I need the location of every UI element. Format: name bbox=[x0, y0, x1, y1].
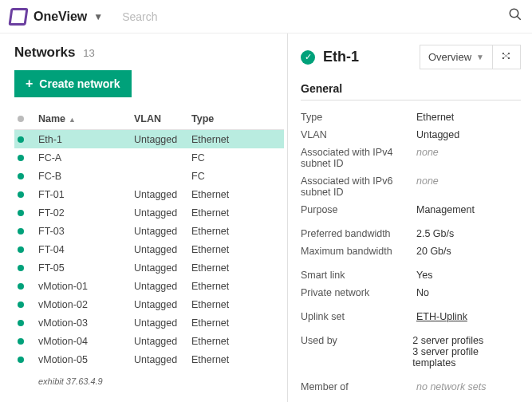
cell-vlan: Untagged bbox=[131, 350, 188, 368]
table-row[interactable]: vMotion-01UntaggedEthernet bbox=[14, 277, 284, 295]
detail-title: Eth-1 bbox=[323, 49, 420, 65]
cell-type: Ethernet bbox=[188, 222, 284, 240]
v-usedby-1[interactable]: 2 server profiles bbox=[412, 335, 521, 346]
v-usedby-2[interactable]: 3 server profile templates bbox=[412, 346, 521, 368]
cell-vlan: Untagged bbox=[131, 240, 188, 258]
v-uplink[interactable]: ETH-Uplink bbox=[416, 311, 467, 322]
create-network-button[interactable]: + Create network bbox=[14, 70, 132, 97]
networks-table: Name▲ VLAN Type Eth-1UntaggedEthernetFC-… bbox=[14, 108, 284, 368]
page-title: Networks bbox=[14, 45, 76, 60]
table-row[interactable]: FC-BFC bbox=[14, 167, 284, 185]
v-smart: Yes bbox=[416, 270, 432, 281]
table-row[interactable]: vMotion-04UntaggedEthernet bbox=[14, 332, 284, 350]
cell-name: FT-02 bbox=[35, 203, 131, 222]
table-row[interactable]: FC-AFC bbox=[14, 148, 284, 167]
table-row[interactable]: vMotion-05UntaggedEthernet bbox=[14, 350, 284, 368]
v-priv: No bbox=[416, 287, 429, 298]
k-vlan: VLAN bbox=[301, 129, 416, 140]
table-row[interactable]: vMotion-02UntaggedEthernet bbox=[14, 295, 284, 313]
cell-name: FC-A bbox=[35, 148, 131, 167]
actions-button[interactable] bbox=[492, 45, 520, 69]
k-purpose: Purpose bbox=[301, 204, 416, 215]
cell-name: Eth-1 bbox=[35, 130, 131, 149]
topbar: OneView ▼ Search bbox=[0, 0, 532, 34]
status-ok-icon bbox=[18, 210, 24, 216]
cell-type: Ethernet bbox=[188, 332, 284, 350]
cell-name: vMotion-05 bbox=[35, 350, 131, 368]
col-type[interactable]: Type bbox=[188, 108, 284, 130]
cell-type: FC bbox=[188, 148, 284, 167]
table-row[interactable]: Eth-1UntaggedEthernet bbox=[14, 130, 284, 149]
cell-vlan: Untagged bbox=[131, 277, 188, 295]
status-ok-icon bbox=[18, 265, 24, 271]
cell-type: Ethernet bbox=[188, 185, 284, 203]
detail-panel: ✓ Eth-1 Overview▼ General TypeEthernet V… bbox=[287, 34, 532, 402]
chevron-down-icon[interactable]: ▼ bbox=[93, 11, 103, 22]
k-priv: Private network bbox=[301, 287, 416, 298]
cell-type: Ethernet bbox=[188, 313, 284, 332]
cell-name: FT-03 bbox=[35, 222, 131, 240]
cell-vlan: Untagged bbox=[131, 130, 188, 149]
cell-vlan: Untagged bbox=[131, 332, 188, 350]
status-ok-icon: ✓ bbox=[301, 50, 315, 65]
v-member: no network sets bbox=[416, 381, 487, 392]
cell-type: Ethernet bbox=[188, 295, 284, 313]
col-status[interactable] bbox=[14, 108, 35, 130]
table-row[interactable]: FT-02UntaggedEthernet bbox=[14, 203, 284, 222]
cell-vlan: Untagged bbox=[131, 295, 188, 313]
status-ok-icon bbox=[18, 302, 24, 308]
k-usedby: Used by bbox=[301, 335, 412, 368]
status-icon bbox=[18, 116, 24, 122]
cell-type: Ethernet bbox=[188, 277, 284, 295]
table-row[interactable]: FT-05UntaggedEthernet bbox=[14, 258, 284, 277]
cell-type: Ethernet bbox=[188, 240, 284, 258]
cell-vlan: Untagged bbox=[131, 222, 188, 240]
cell-name: vMotion-02 bbox=[35, 295, 131, 313]
v-maxbw: 20 Gb/s bbox=[416, 246, 451, 257]
k-maxbw: Maximum bandwidth bbox=[301, 246, 416, 257]
status-ok-icon bbox=[18, 136, 24, 143]
search-icon[interactable] bbox=[508, 7, 522, 26]
cell-type: FC bbox=[188, 167, 284, 185]
view-dropdown[interactable]: Overview▼ bbox=[420, 46, 492, 68]
status-ok-icon bbox=[18, 338, 24, 345]
cell-name: vMotion-04 bbox=[35, 332, 131, 350]
status-ok-icon bbox=[18, 283, 24, 290]
status-ok-icon bbox=[18, 246, 24, 253]
cell-vlan: Untagged bbox=[131, 185, 188, 203]
col-vlan[interactable]: VLAN bbox=[131, 108, 188, 130]
v-purpose: Management bbox=[416, 204, 475, 215]
cell-vlan: Untagged bbox=[131, 203, 188, 222]
table-row[interactable]: FT-04UntaggedEthernet bbox=[14, 240, 284, 258]
cell-name: vMotion-01 bbox=[35, 277, 131, 295]
k-ipv4: Associated with IPv4 subnet ID bbox=[301, 147, 416, 169]
status-ok-icon bbox=[18, 173, 24, 179]
k-uplink: Uplink set bbox=[301, 311, 416, 322]
k-member: Member of bbox=[301, 381, 416, 392]
cell-name: FC-B bbox=[35, 167, 131, 185]
status-ok-icon bbox=[18, 320, 24, 326]
col-name[interactable]: Name▲ bbox=[35, 108, 131, 130]
brand-name: OneView bbox=[33, 10, 87, 24]
table-row[interactable]: FT-01UntaggedEthernet bbox=[14, 185, 284, 203]
search-input[interactable]: Search bbox=[122, 10, 508, 23]
exhibit-label: exhibit 37.63.4.9 bbox=[38, 376, 284, 386]
chevron-down-icon: ▼ bbox=[476, 53, 484, 61]
v-ipv6: none bbox=[416, 175, 439, 198]
table-row[interactable]: vMotion-03UntaggedEthernet bbox=[14, 313, 284, 332]
table-row[interactable]: FT-03UntaggedEthernet bbox=[14, 222, 284, 240]
k-smart: Smart link bbox=[301, 270, 416, 281]
cell-type: Ethernet bbox=[188, 130, 284, 149]
svg-line-1 bbox=[517, 16, 521, 20]
cell-name: FT-05 bbox=[35, 258, 131, 277]
cell-name: vMotion-03 bbox=[35, 313, 131, 332]
v-ipv4: none bbox=[416, 147, 439, 169]
k-ipv6: Associated with IPv6 subnet ID bbox=[301, 175, 416, 198]
plus-icon: + bbox=[26, 77, 33, 91]
status-ok-icon bbox=[18, 357, 24, 363]
cell-type: Ethernet bbox=[188, 203, 284, 222]
section-general: General bbox=[301, 82, 521, 100]
k-type: Type bbox=[301, 112, 416, 123]
k-prefbw: Preferred bandwidth bbox=[301, 228, 416, 239]
cell-vlan: Untagged bbox=[131, 258, 188, 277]
